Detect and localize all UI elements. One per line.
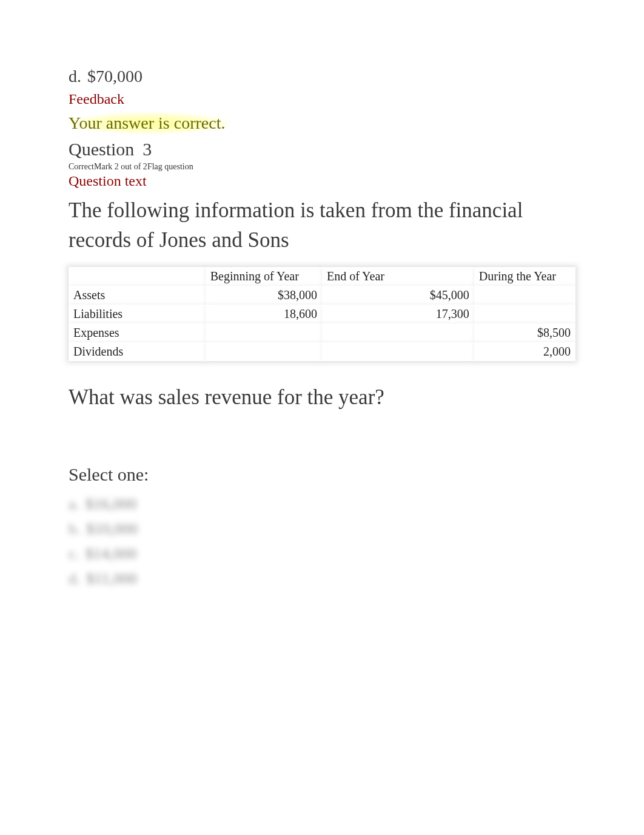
row-label: Expenses [69,323,206,342]
sub-question: What was sales revenue for the year? [69,385,575,410]
cell: 17,300 [322,305,474,323]
option-b[interactable]: b.$10,000 [69,517,575,541]
cell [206,323,322,342]
row-label: Dividends [69,342,206,361]
blurred-answer-options: a.$16,000 b.$10,000 c.$14,000 d.$11,000 [69,492,575,590]
table-row: Assets $38,000 $45,000 [69,286,575,305]
cell: $8,500 [474,323,575,342]
option-letter: d. [69,67,81,86]
row-label: Liabilities [69,305,206,323]
table-header-row: Beginning of Year End of Year During the… [69,267,575,286]
quiz-page: d.$70,000 Feedback Your answer is correc… [0,0,644,628]
option-a[interactable]: a.$16,000 [69,492,575,516]
select-one-label: Select one: [69,464,575,485]
cell [322,323,474,342]
cell: $38,000 [206,286,322,305]
option-value: $11,000 [87,570,138,587]
col-end: End of Year [322,267,474,286]
feedback-message: Your answer is correct. [69,112,230,134]
financial-table: Beginning of Year End of Year During the… [69,267,575,361]
cell [474,286,575,305]
question-meta: CorrectMark 2 out of 2Flag question [69,162,575,172]
option-value: $10,000 [87,520,138,538]
meta-flag-link[interactable]: Flag question [147,162,193,171]
question-body: The following information is taken from … [69,195,575,255]
col-blank [69,267,206,286]
cell [206,342,322,361]
option-letter: d. [69,570,81,587]
cell [322,342,474,361]
table-row: Dividends 2,000 [69,342,575,361]
cell: 2,000 [474,342,575,361]
option-d[interactable]: d.$11,000 [69,567,575,590]
table-row: Expenses $8,500 [69,323,575,342]
option-letter: a. [69,495,79,513]
cell: 18,600 [206,305,322,323]
question-header: Question3 [69,139,575,160]
cell: $45,000 [322,286,474,305]
option-value: $14,000 [86,545,137,563]
previous-option-d: d.$70,000 [69,67,575,86]
question-number: 3 [143,139,152,159]
row-label: Assets [69,286,206,305]
feedback-label: Feedback [69,91,575,107]
option-c[interactable]: c.$14,000 [69,542,575,566]
option-letter: c. [69,545,79,563]
question-text-label: Question text [69,173,575,189]
option-value: $70,000 [87,67,143,86]
meta-correct: Correct [69,162,94,171]
cell [474,305,575,323]
option-value: $16,000 [86,495,137,513]
question-word: Question [69,139,134,159]
meta-mark: Mark 2 out of 2 [94,162,147,171]
table-row: Liabilities 18,600 17,300 [69,305,575,323]
col-beginning: Beginning of Year [206,267,322,286]
col-during: During the Year [474,267,575,286]
option-letter: b. [69,520,81,538]
